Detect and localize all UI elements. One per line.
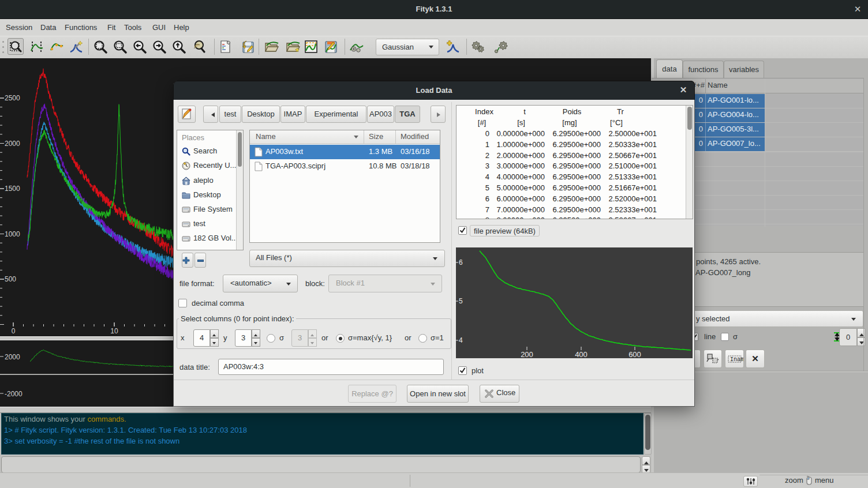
svg-text:Inam: Inam [730,356,743,363]
svg-text:200: 200 [521,350,533,358]
svg-text:10: 10 [110,327,118,335]
svg-text:500: 500 [5,275,16,283]
svg-text:6: 6 [459,258,463,266]
svg-text:0: 0 [12,327,16,335]
svg-text:-2000: -2000 [5,390,23,398]
svg-text:5: 5 [459,297,463,305]
svg-text:1500: 1500 [5,185,20,193]
svg-text:600: 600 [628,350,641,358]
svg-text:1000: 1000 [5,230,20,238]
svg-text:2500: 2500 [5,94,20,102]
svg-text:4: 4 [459,336,463,344]
svg-text:400: 400 [575,350,588,358]
svg-text:2000: 2000 [5,140,20,148]
